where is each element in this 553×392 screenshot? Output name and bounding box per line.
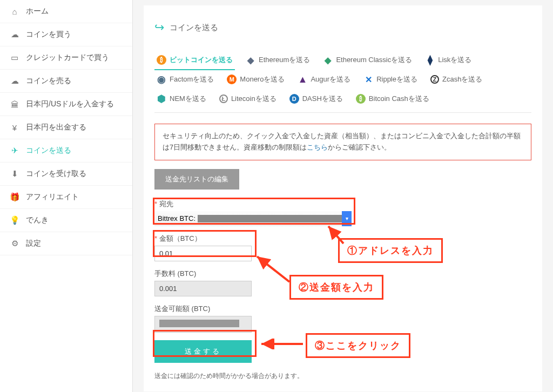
cloud-down-icon: ☁ bbox=[10, 30, 19, 39]
sidebar-item-receive[interactable]: ⬇ コインを受け取る bbox=[0, 163, 132, 186]
bank-icon: 🏛 bbox=[10, 100, 19, 109]
tab-label: NEMを送る bbox=[170, 94, 206, 104]
footnote: 送金には確認のため時間がかかる場合があります。 bbox=[154, 371, 531, 381]
monero-icon: M bbox=[227, 75, 237, 84]
available-label: 送金可能額 (BTC) bbox=[154, 304, 531, 314]
amount-input[interactable] bbox=[154, 246, 252, 261]
send-icon: ✈ bbox=[10, 146, 19, 156]
amount-label: * 金額（BTC） bbox=[154, 234, 531, 244]
tab-nem[interactable]: ⬢ NEMを送る bbox=[154, 90, 208, 109]
ethereum-icon: ◆ bbox=[246, 55, 255, 65]
address-select[interactable]: Bittrex BTC: ▾ bbox=[154, 211, 352, 226]
tab-monero[interactable]: M Moneroを送る bbox=[225, 70, 287, 90]
dash-icon: D bbox=[289, 94, 299, 104]
sidebar-item-credit[interactable]: ▭ クレジットカードで買う bbox=[0, 46, 132, 70]
sidebar-item-label: 日本円/USドルを入金する bbox=[26, 99, 114, 109]
augur-icon: ▲ bbox=[298, 75, 307, 84]
share-arrow-icon: ↪ bbox=[154, 21, 164, 35]
available-amount bbox=[154, 316, 252, 333]
tab-label: Factomを送る bbox=[170, 75, 214, 84]
sidebar-item-deposit-jpy[interactable]: 🏛 日本円/USドルを入金する bbox=[0, 93, 132, 116]
tab-label: Rippleを送る bbox=[376, 75, 417, 84]
sidebar-item-label: コインを売る bbox=[26, 76, 71, 86]
factom-icon: ◉ bbox=[157, 75, 166, 84]
tab-bitcoin-cash[interactable]: ₿ Bitcoin Cashを送る bbox=[354, 90, 431, 109]
send-button[interactable]: 送金する bbox=[154, 340, 252, 363]
zcash-icon: Z bbox=[430, 75, 439, 84]
lisk-icon: ⧫ bbox=[425, 55, 435, 65]
tab-label: ビットコインを送る bbox=[170, 55, 233, 65]
gear-icon: ⚙ bbox=[10, 239, 19, 248]
edit-recipient-list-button[interactable]: 送金先リストの編集 bbox=[154, 169, 239, 190]
sidebar-item-affiliate[interactable]: 🎁 アフィリエイト bbox=[0, 186, 132, 209]
sidebar-item-send[interactable]: ✈ コインを送る bbox=[0, 139, 132, 163]
sidebar-item-label: コインを受け取る bbox=[26, 169, 86, 179]
sidebar-item-label: コインを送る bbox=[26, 146, 71, 156]
notice-text: からご確認下さい。 bbox=[328, 143, 391, 151]
download-icon: ⬇ bbox=[10, 169, 19, 179]
sidebar-item-settings[interactable]: ⚙ 設定 bbox=[0, 232, 132, 255]
tab-factom[interactable]: ◉ Factomを送る bbox=[154, 70, 216, 90]
sidebar-item-home[interactable]: ⌂ ホーム bbox=[0, 0, 132, 23]
address-masked bbox=[198, 215, 348, 222]
tab-zcash[interactable]: Z Zcashを送る bbox=[428, 70, 484, 90]
tab-dash[interactable]: D DASHを送る bbox=[287, 90, 345, 109]
yen-icon: ¥ bbox=[10, 123, 19, 132]
tab-label: Bitcoin Cashを送る bbox=[369, 94, 429, 104]
tab-bitcoin[interactable]: ₿ ビットコインを送る bbox=[154, 51, 235, 70]
dropdown-caret-icon: ▾ bbox=[342, 211, 352, 226]
cloud-up-icon: ☁ bbox=[10, 76, 19, 86]
sidebar-item-label: ホーム bbox=[26, 6, 49, 16]
tab-lisk[interactable]: ⧫ Liskを送る bbox=[423, 51, 474, 70]
tab-ethereum-classic[interactable]: ◆ Ethereum Classicを送る bbox=[321, 51, 414, 70]
litecoin-icon: Ł bbox=[219, 94, 228, 103]
notice-link[interactable]: こちら bbox=[307, 143, 328, 151]
address-value-prefix: Bittrex BTC: bbox=[158, 214, 195, 222]
tab-label: Augurを送る bbox=[311, 75, 350, 84]
ethereum-classic-icon: ◆ bbox=[323, 55, 333, 65]
send-form: * 宛先 Bittrex BTC: ▾ * 金額（BTC） 手数料 (BTC) … bbox=[154, 199, 531, 363]
tab-label: Ethereumを送る bbox=[259, 55, 310, 65]
tab-litecoin[interactable]: Ł Litecoinを送る bbox=[217, 90, 279, 109]
page-header: ↪ コインを送る bbox=[154, 21, 531, 35]
sidebar-item-label: 日本円を出金する bbox=[26, 123, 86, 132]
sidebar-item-label: でんき bbox=[26, 215, 49, 225]
tab-label: Litecoinを送る bbox=[231, 94, 276, 104]
sidebar: ⌂ ホーム ☁ コインを買う ▭ クレジットカードで買う ☁ コインを売る 🏛 … bbox=[0, 0, 133, 392]
sidebar-item-withdraw-jpy[interactable]: ¥ 日本円を出金する bbox=[0, 116, 132, 139]
sidebar-item-label: アフィリエイト bbox=[26, 192, 79, 202]
nem-icon: ⬢ bbox=[157, 94, 166, 104]
main-content: ↪ コインを送る ₿ ビットコインを送る ◆ Ethereumを送る ◆ Eth… bbox=[133, 0, 553, 392]
sidebar-item-sell[interactable]: ☁ コインを売る bbox=[0, 70, 132, 93]
coin-tabs: ₿ ビットコインを送る ◆ Ethereumを送る ◆ Ethereum Cla… bbox=[154, 51, 531, 113]
tab-ripple[interactable]: ✕ Rippleを送る bbox=[361, 70, 420, 90]
tab-ethereum[interactable]: ◆ Ethereumを送る bbox=[244, 51, 312, 70]
sidebar-item-label: 設定 bbox=[26, 239, 41, 248]
page-title: コインを送る bbox=[170, 23, 218, 33]
send-card: ↪ コインを送る ₿ ビットコインを送る ◆ Ethereumを送る ◆ Eth… bbox=[144, 5, 542, 391]
tab-label: Moneroを送る bbox=[240, 75, 285, 84]
annotation-label-3: ③ここをクリック bbox=[306, 333, 410, 358]
address-label: * 宛先 bbox=[154, 199, 531, 209]
tab-label: DASHを送る bbox=[302, 94, 343, 104]
tab-label: Liskを送る bbox=[438, 55, 471, 65]
tab-label: Ethereum Classicを送る bbox=[336, 55, 412, 65]
fee-input bbox=[154, 281, 252, 296]
ripple-icon: ✕ bbox=[363, 75, 373, 84]
sidebar-item-buy[interactable]: ☁ コインを買う bbox=[0, 23, 132, 46]
card-icon: ▭ bbox=[10, 53, 19, 63]
bulb-icon: 💡 bbox=[10, 215, 19, 225]
gift-icon: 🎁 bbox=[10, 192, 19, 202]
tab-label: Zcashを送る bbox=[442, 75, 482, 84]
security-notice: セキュリティ向上のため、クイック入金で入金した資産（相当額）、またはコンビニ入金… bbox=[154, 124, 531, 160]
tab-augur[interactable]: ▲ Augurを送る bbox=[295, 70, 353, 90]
bitcoin-icon: ₿ bbox=[157, 55, 166, 65]
arrow-icon bbox=[257, 339, 306, 349]
bitcoin-cash-icon: ₿ bbox=[356, 94, 366, 104]
fee-label: 手数料 (BTC) bbox=[154, 269, 531, 279]
sidebar-item-label: クレジットカードで買う bbox=[26, 53, 109, 63]
home-icon: ⌂ bbox=[10, 7, 19, 16]
sidebar-item-label: コインを買う bbox=[26, 30, 71, 39]
sidebar-item-denki[interactable]: 💡 でんき bbox=[0, 209, 132, 232]
